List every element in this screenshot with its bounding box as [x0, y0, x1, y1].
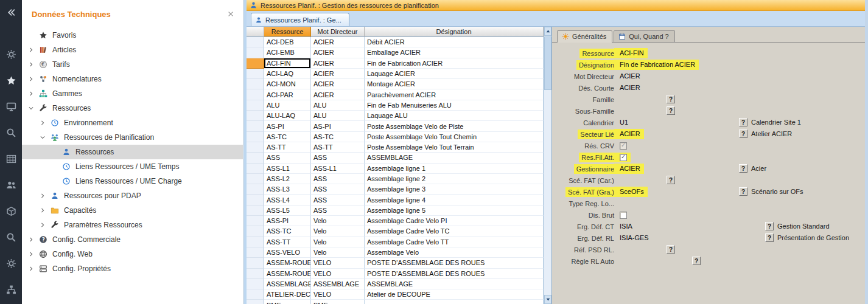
cell-designation[interactable]: Emballage ACIER: [365, 47, 544, 58]
search-2-button[interactable]: [6, 231, 16, 243]
field-value[interactable]: [614, 106, 623, 116]
help-button[interactable]: ?: [667, 106, 675, 115]
cell-mot-directeur[interactable]: VELO: [311, 269, 365, 279]
table-row-ass-l2[interactable]: ASS-L2ASSAssemblage ligne 2: [247, 174, 544, 184]
cell-ressource[interactable]: AS-TC: [264, 132, 311, 142]
table-row-as-tc[interactable]: AS-TCAS-TCPoste Assemblage Velo Tout Che…: [247, 132, 544, 142]
field-value[interactable]: Fin de Fabrication ACIER: [614, 60, 699, 70]
row-header-cell[interactable]: [247, 100, 264, 111]
tree-item-config-commerciale[interactable]: ?Config. Commerciale: [22, 232, 243, 247]
cell-mot-directeur[interactable]: ACIER: [311, 79, 365, 89]
r-s-crv-checkbox[interactable]: [620, 142, 627, 150]
chevron-down-icon[interactable]: [28, 105, 38, 111]
cell-mot-directeur[interactable]: Velo: [311, 237, 365, 247]
tree-item-ressources[interactable]: Ressources: [22, 145, 243, 159]
table-row-assem-roue2[interactable]: ASSEM-ROUE2VELOPOSTE D'ASSEMBLAGE DES RO…: [247, 269, 544, 279]
cell-designation[interactable]: Parachèvement ACIER: [365, 89, 544, 100]
tree-item-param-tres-ressources[interactable]: Paramètres Ressources: [22, 218, 243, 232]
table-row-ass-pi[interactable]: ASS-PIVeloAssemblage Cadre Velo PI: [247, 216, 544, 226]
row-header-cell[interactable]: [247, 132, 264, 142]
tree-item-ressources-de-planification[interactable]: Ressources de Planification: [22, 130, 243, 145]
tree-item-config-propri-t-s[interactable]: Config. Propriétés: [22, 261, 243, 276]
help-button[interactable]: ?: [667, 245, 675, 254]
row-header-cell[interactable]: [247, 47, 264, 58]
table-row-ass-l1[interactable]: ASS-L1ASS-L1Assemblage ligne 1: [247, 164, 544, 174]
help-button[interactable]: ?: [739, 164, 747, 173]
cell-designation[interactable]: ASSEMBLAGE: [365, 153, 544, 163]
tree-item-nomenclatures[interactable]: Nomenclatures: [22, 72, 243, 86]
cell-designation[interactable]: Assemblage Cadre Velo PI: [365, 216, 544, 226]
cell-ressource[interactable]: ASSEM-ROUE2: [264, 269, 311, 279]
row-header-cell[interactable]: [247, 142, 264, 153]
column-header-designation[interactable]: Désignation: [365, 27, 544, 37]
cell-designation[interactable]: Assemblage ligne 1: [365, 164, 544, 174]
cell-mot-directeur[interactable]: BME: [311, 300, 365, 304]
table-row-ass[interactable]: ASSASSASSEMBLAGE: [247, 153, 544, 163]
tree-item-liens-ressources-ume-charge[interactable]: Liens Ressources / UME Charge: [22, 174, 243, 188]
tree-item-gammes[interactable]: Gammes: [22, 86, 243, 101]
field-value[interactable]: ACIER: [614, 71, 644, 81]
cell-ressource[interactable]: ASS-L4: [264, 195, 311, 205]
cell-mot-directeur[interactable]: ASS: [311, 184, 365, 195]
row-header-cell[interactable]: [247, 164, 264, 174]
table-row-alu-laq[interactable]: ALU-LAQALULaquage ALU: [247, 111, 544, 121]
cell-mot-directeur[interactable]: Velo: [311, 247, 365, 258]
table-row-ass-tt[interactable]: ASS-TTVeloAssemblage Cadre Velo TT: [247, 237, 544, 247]
chevron-right-icon[interactable]: [28, 266, 38, 272]
help-button[interactable]: ?: [667, 95, 675, 103]
field-value[interactable]: [614, 244, 623, 255]
table-row-aci-emb[interactable]: ACI-EMBACIEREmballage ACIER: [247, 47, 544, 58]
cell-designation[interactable]: POSTE D'ASSEMBLAGE DES ROUES: [365, 269, 544, 279]
cell-ressource[interactable]: ACI-LAQ: [264, 69, 311, 79]
cell-ressource[interactable]: ASS-L1: [264, 164, 311, 174]
row-header-cell[interactable]: [247, 69, 264, 79]
cell-mot-directeur[interactable]: AS-TC: [311, 132, 365, 142]
field-value[interactable]: ACIER: [614, 164, 644, 174]
scroll-down-button[interactable]: [544, 295, 551, 304]
cell-ressource[interactable]: ASS-L2: [264, 174, 311, 184]
help-button[interactable]: ?: [667, 176, 675, 184]
dis-brut-checkbox[interactable]: [620, 212, 627, 219]
help-button[interactable]: ?: [739, 187, 747, 196]
row-header-cell[interactable]: [247, 216, 264, 226]
table-row-assemblage[interactable]: ASSEMBLAGEASSEMBLAGEASSEMBLAGE: [247, 279, 544, 289]
scroll-up-button[interactable]: [544, 27, 551, 36]
row-header-cell[interactable]: [247, 184, 264, 195]
cell-designation[interactable]: Poste Assemblage Velo Tout Chemin: [365, 132, 544, 142]
cell-designation[interactable]: Assemblage ligne 2: [365, 174, 544, 184]
cell-mot-directeur[interactable]: ASS: [311, 195, 365, 205]
chevron-right-icon[interactable]: [28, 47, 38, 53]
row-header-cell[interactable]: [247, 174, 264, 184]
search-1-button[interactable]: [6, 126, 16, 139]
chevron-right-icon[interactable]: [28, 237, 38, 243]
cell-designation[interactable]: Fin de Fab Menuiseries ALU: [365, 100, 544, 111]
row-header-cell[interactable]: [247, 89, 264, 100]
chevron-right-icon[interactable]: [28, 251, 38, 257]
chevron-right-icon[interactable]: [40, 222, 50, 228]
row-header-cell[interactable]: [247, 195, 264, 205]
field-value[interactable]: U1: [614, 117, 632, 128]
packages-button[interactable]: [6, 205, 16, 217]
table-row-aci-fin[interactable]: ACI-FINACIERFin de Fabrication ACIER: [247, 58, 544, 69]
chevron-right-icon[interactable]: [40, 120, 50, 126]
cell-designation[interactable]: Assemblage Velo: [365, 247, 544, 258]
field-value[interactable]: ISIA-GES: [614, 233, 653, 243]
users-button[interactable]: [6, 179, 16, 191]
cell-designation[interactable]: Assemblage ligne 3: [365, 184, 544, 195]
cell-ressource[interactable]: ASSEM-ROUE: [264, 258, 311, 268]
cell-designation[interactable]: Assemblage ligne 4: [365, 195, 544, 205]
cell-mot-directeur[interactable]: ASS: [311, 206, 365, 216]
table-row-as-pi[interactable]: AS-PIAS-PIPoste Assemblage Velo de Piste: [247, 121, 544, 131]
table-row-ass-l4[interactable]: ASS-L4ASSAssemblage ligne 4: [247, 195, 544, 205]
tree-item-tarifs[interactable]: €Tarifs: [22, 57, 243, 72]
field-value[interactable]: [614, 94, 623, 105]
table-row-aci-laq[interactable]: ACI-LAQACIERLaquage ACIER: [247, 69, 544, 79]
cell-designation[interactable]: Assemblage Cadre Velo TT: [365, 237, 544, 247]
cell-ressource[interactable]: ASS: [264, 153, 311, 163]
table-scrollbar[interactable]: [544, 27, 551, 304]
table-row-ass-l5[interactable]: ASS-L5ASSAssemblage ligne 5: [247, 206, 544, 216]
field-value[interactable]: [614, 256, 623, 266]
scrollbar-track[interactable]: [544, 90, 551, 295]
field-value[interactable]: [614, 175, 623, 185]
tree-item-environnement[interactable]: Environnement: [22, 116, 243, 130]
